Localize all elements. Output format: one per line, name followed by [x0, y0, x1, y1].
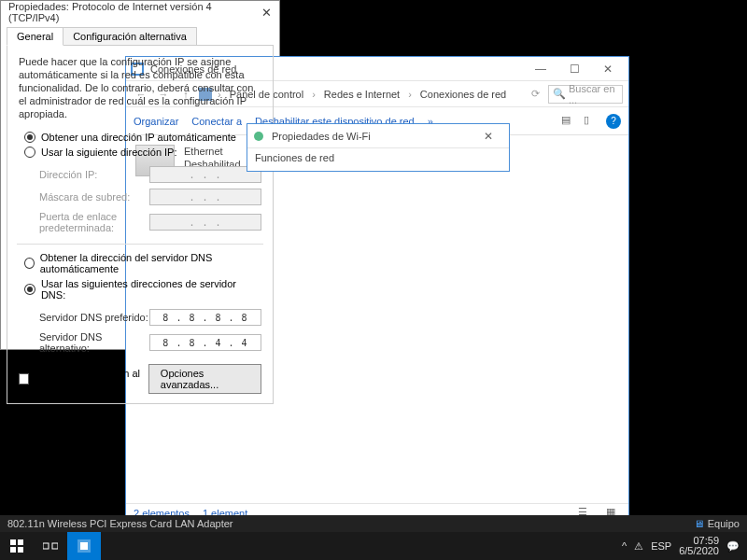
- validate-checkbox[interactable]: [19, 373, 29, 385]
- tray-expand-icon[interactable]: ^: [622, 540, 627, 552]
- radio-icon: [24, 258, 35, 269]
- subnet-mask-input: . . .: [149, 189, 261, 205]
- refresh-button[interactable]: ⟳: [526, 85, 544, 104]
- titlebar: Propiedades: Protocolo de Internet versi…: [1, 1, 279, 23]
- advanced-button[interactable]: Opciones avanzadas...: [148, 364, 261, 394]
- dialog-title: Propiedades: Protocolo de Internet versi…: [8, 1, 261, 23]
- wifi-tray-icon[interactable]: ⚠: [634, 540, 643, 553]
- view-options-icon[interactable]: ▤: [561, 114, 576, 129]
- subnet-mask-label: Máscara de subred:: [39, 191, 149, 203]
- preview-pane-icon[interactable]: ▯: [584, 114, 599, 129]
- tab-alt-config[interactable]: Configuración alternativa: [63, 27, 197, 46]
- titlebar: Propiedades de Wi-Fi ✕: [247, 124, 509, 148]
- radio-icon: [24, 132, 35, 143]
- dialog-title: Propiedades de Wi-Fi: [272, 131, 472, 142]
- svg-rect-4: [10, 539, 16, 545]
- adapter-info-bar: 802.11n Wireless PCI Express Card LAN Ad…: [0, 515, 747, 532]
- tcpip-properties-dialog: Propiedades: Protocolo de Internet versi…: [0, 0, 280, 350]
- dns-manual-radio[interactable]: Usar las siguientes direcciones de servi…: [24, 276, 261, 302]
- svg-point-3: [254, 132, 263, 141]
- wifi-properties-dialog: Propiedades de Wi-Fi ✕ Funciones de red: [247, 123, 510, 172]
- chevron-right-icon: ›: [406, 89, 414, 100]
- dns-auto-radio[interactable]: Obtener la dirección del servidor DNS au…: [24, 250, 261, 276]
- minimize-button[interactable]: —: [524, 58, 557, 80]
- clock[interactable]: 07:59 6/5/2020: [679, 536, 719, 556]
- svg-rect-6: [10, 547, 16, 553]
- chevron-right-icon: ›: [310, 89, 317, 100]
- search-icon: 🔍: [553, 88, 566, 100]
- ip-auto-radio[interactable]: Obtener una dirección IP automáticamente: [24, 130, 261, 145]
- tab-content: Puede hacer que la configuración IP se a…: [7, 45, 274, 404]
- svg-rect-11: [80, 542, 88, 550]
- taskbar: ^ ⚠ ESP 07:59 6/5/2020 💬: [0, 532, 747, 560]
- wifi-section-label: Funciones de red: [247, 148, 509, 167]
- breadcrumb[interactable]: Redes e Internet: [321, 89, 402, 100]
- maximize-button[interactable]: ☐: [557, 58, 591, 80]
- close-button[interactable]: ✕: [591, 58, 625, 80]
- search-input[interactable]: 🔍Buscar en ...: [548, 85, 623, 104]
- help-icon[interactable]: ?: [606, 114, 621, 129]
- dns-alt-input[interactable]: 8 . 8 . 4 . 4: [149, 334, 261, 351]
- gateway-input: . . .: [149, 214, 261, 231]
- dns-preferred-input[interactable]: 8 . 8 . 8 . 8: [149, 309, 261, 326]
- radio-icon: [24, 147, 35, 158]
- start-button[interactable]: [0, 532, 34, 560]
- svg-rect-5: [18, 539, 23, 545]
- validate-label: Validar configuración al salir: [35, 368, 143, 390]
- task-view-button[interactable]: [34, 532, 67, 560]
- svg-rect-7: [18, 547, 23, 553]
- ip-address-label: Dirección IP:: [39, 169, 149, 180]
- svg-rect-8: [43, 543, 49, 549]
- notifications-icon[interactable]: 💬: [726, 540, 740, 553]
- radio-icon: [24, 284, 35, 295]
- dns-alt-label: Servidor DNS alternativo:: [39, 331, 149, 354]
- dns-preferred-label: Servidor DNS preferido:: [39, 312, 149, 323]
- tab-general[interactable]: General: [7, 27, 63, 46]
- ip-manual-radio[interactable]: Usar la siguiente dirección IP:: [24, 145, 261, 160]
- equipo-label: Equipo: [708, 518, 740, 529]
- language-indicator[interactable]: ESP: [651, 540, 671, 552]
- close-button[interactable]: ✕: [261, 6, 272, 20]
- breadcrumb[interactable]: Conexiones de red: [417, 89, 509, 100]
- ip-address-input: . . .: [149, 166, 261, 183]
- gateway-label: Puerta de enlace predeterminada:: [39, 211, 149, 233]
- taskbar-app-settings[interactable]: [67, 532, 101, 560]
- svg-rect-9: [52, 543, 58, 549]
- description-text: Puede hacer que la configuración IP se a…: [19, 55, 261, 120]
- computer-icon: 🖥: [694, 518, 704, 529]
- wifi-icon: [251, 129, 266, 144]
- close-button[interactable]: ✕: [472, 125, 505, 147]
- adapter-name: 802.11n Wireless PCI Express Card LAN Ad…: [7, 518, 233, 529]
